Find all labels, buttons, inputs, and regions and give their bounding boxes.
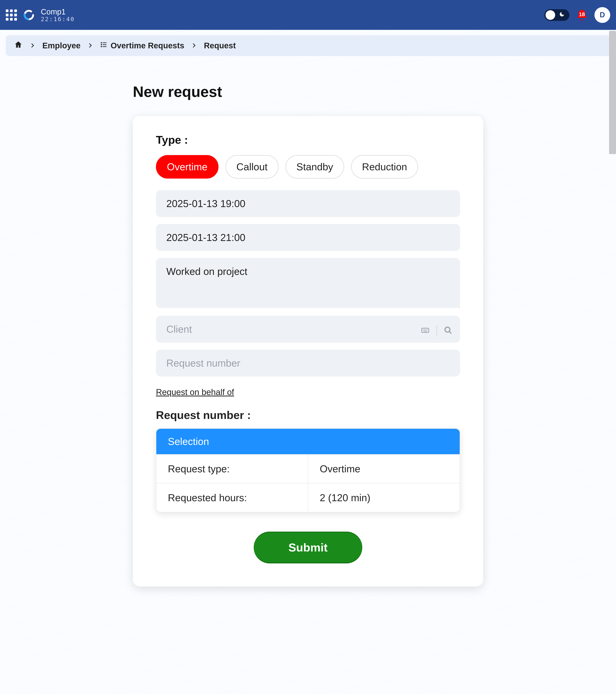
type-label: Type : — [156, 133, 460, 146]
scrollbar-thumb[interactable] — [609, 31, 616, 154]
type-pill-overtime[interactable]: Overtime — [156, 155, 219, 179]
summary-table: Selection Request type: Overtime Request… — [156, 428, 460, 512]
breadcrumb-item-overtime-requests[interactable]: Overtime Requests — [100, 41, 184, 51]
chevron-right-icon — [191, 41, 197, 50]
svg-rect-9 — [423, 329, 424, 330]
home-icon[interactable] — [14, 40, 23, 51]
type-pill-row: Overtime Callout Standby Reduction — [156, 155, 460, 179]
notifications-button[interactable]: 18 — [575, 8, 589, 22]
request-number-input[interactable] — [156, 350, 460, 377]
svg-rect-7 — [103, 46, 107, 47]
svg-rect-10 — [424, 329, 425, 330]
start-datetime-input[interactable] — [156, 190, 460, 217]
svg-point-4 — [101, 44, 102, 45]
summary-key: Requested hours: — [156, 483, 308, 512]
svg-rect-8 — [422, 328, 429, 332]
breadcrumb-item-label: Overtime Requests — [111, 41, 184, 50]
svg-line-15 — [449, 331, 451, 333]
company-name: Comp1 — [41, 7, 75, 16]
keyboard-icon[interactable] — [421, 326, 429, 335]
chevron-right-icon — [88, 41, 93, 50]
navbar: Comp1 22:16:40 18 D — [0, 0, 616, 30]
notifications-count: 18 — [579, 11, 585, 18]
breadcrumb-item-request: Request — [204, 41, 236, 50]
type-pill-standby[interactable]: Standby — [285, 155, 344, 179]
client-input[interactable] — [156, 316, 460, 343]
svg-rect-3 — [103, 42, 107, 43]
submit-button[interactable]: Submit — [254, 532, 362, 563]
request-on-behalf-link[interactable]: Request on behalf of — [156, 387, 234, 397]
description-input[interactable] — [156, 258, 460, 308]
theme-toggle-knob — [545, 10, 555, 20]
summary-value: Overtime — [308, 455, 460, 483]
type-pill-callout[interactable]: Callout — [225, 155, 279, 179]
moon-icon — [559, 11, 565, 18]
svg-point-6 — [101, 46, 102, 48]
company-block: Comp1 22:16:40 — [41, 7, 75, 22]
svg-rect-11 — [426, 329, 426, 330]
svg-rect-12 — [427, 329, 428, 330]
breadcrumb-container: Employee Overtime Requests Request — [0, 30, 616, 56]
apps-menu-icon[interactable] — [6, 10, 17, 21]
breadcrumb: Employee Overtime Requests Request — [6, 35, 610, 56]
summary-header: Selection — [156, 429, 460, 454]
request-card: Type : Overtime Callout Standby Reductio… — [133, 116, 483, 586]
search-icon[interactable] — [444, 326, 452, 335]
svg-rect-5 — [103, 44, 107, 45]
summary-key: Request type: — [156, 455, 308, 483]
page-title: New request — [133, 83, 483, 101]
client-input-icons — [421, 325, 452, 336]
avatar[interactable]: D — [594, 7, 610, 23]
app-logo-icon[interactable] — [23, 9, 35, 21]
nav-left: Comp1 22:16:40 — [6, 7, 75, 22]
input-icon-divider — [436, 325, 437, 336]
type-pill-reduction[interactable]: Reduction — [351, 155, 418, 179]
summary-label: Request number : — [156, 408, 460, 421]
theme-toggle[interactable] — [544, 9, 570, 21]
vertical-scrollbar[interactable] — [609, 31, 616, 617]
end-datetime-input[interactable] — [156, 224, 460, 251]
company-time: 22:16:40 — [41, 16, 75, 22]
page: New request Type : Overtime Callout Stan… — [133, 56, 483, 617]
chevron-right-icon — [30, 41, 35, 50]
breadcrumb-item-employee[interactable]: Employee — [42, 41, 80, 50]
summary-row: Requested hours: 2 (120 min) — [156, 483, 460, 512]
list-icon — [100, 41, 108, 51]
svg-point-2 — [101, 42, 102, 43]
summary-value: 2 (120 min) — [308, 483, 460, 512]
svg-rect-13 — [424, 331, 427, 331]
svg-point-14 — [445, 327, 450, 332]
nav-right: 18 D — [544, 7, 610, 23]
summary-row: Request type: Overtime — [156, 454, 460, 483]
